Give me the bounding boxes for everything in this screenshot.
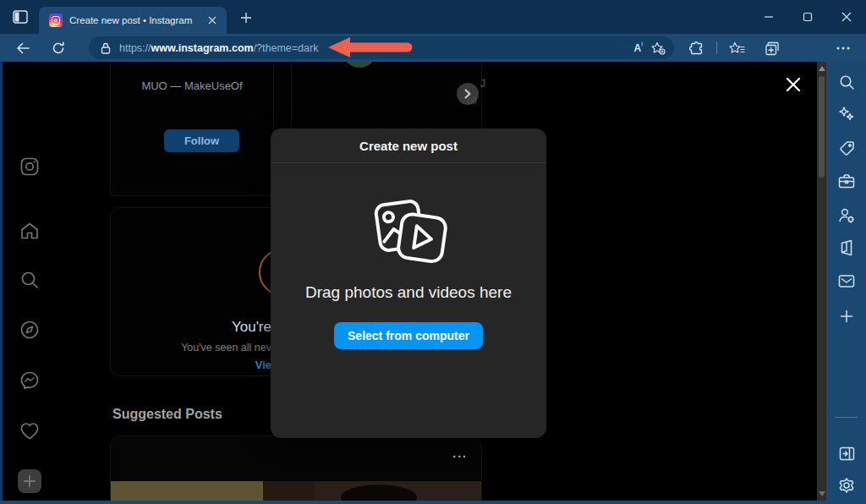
suggestion-username-fragment: J bbox=[480, 78, 485, 90]
suggested-posts-heading: Suggested Posts bbox=[112, 407, 222, 422]
seen-all-text: You've seen all nev bbox=[111, 342, 271, 353]
home-icon[interactable] bbox=[18, 219, 41, 243]
messenger-icon[interactable] bbox=[18, 369, 41, 392]
window-controls bbox=[749, 0, 866, 34]
tab-actions-icon bbox=[13, 10, 28, 24]
back-button[interactable] bbox=[12, 37, 34, 59]
navigation-toolbar: https://www.instagram.com/?theme=dark A⁾ bbox=[0, 34, 866, 62]
url-scheme: https:// bbox=[119, 42, 151, 54]
sidebar-person-gear-icon[interactable] bbox=[837, 205, 856, 224]
tab-actions-menu-button[interactable] bbox=[10, 8, 30, 26]
sidebar-microsoft-365-icon[interactable] bbox=[837, 238, 856, 257]
toolbar-divider bbox=[716, 41, 717, 54]
create-post-modal: Create new post Dr bbox=[271, 129, 546, 438]
sidebar-open-panel-icon[interactable] bbox=[837, 444, 856, 463]
explore-icon[interactable] bbox=[18, 318, 41, 342]
add-favorite-icon[interactable] bbox=[651, 41, 666, 55]
suggestion-username[interactable]: MUO — MakeUseOf bbox=[111, 79, 273, 92]
minimize-button[interactable] bbox=[749, 0, 788, 34]
create-post-button[interactable] bbox=[18, 469, 41, 493]
tab-title: Create new post • Instagram bbox=[69, 15, 205, 25]
refresh-button[interactable] bbox=[47, 37, 69, 59]
collections-icon[interactable] bbox=[761, 37, 783, 59]
modal-title: Create new post bbox=[271, 129, 546, 163]
sidebar-shopping-tag-icon[interactable] bbox=[837, 139, 856, 157]
follow-button[interactable]: Follow bbox=[164, 129, 239, 152]
scroll-down-arrow[interactable] bbox=[819, 491, 825, 496]
read-aloud-icon[interactable]: A⁾ bbox=[634, 42, 643, 54]
sidebar-add-icon[interactable] bbox=[837, 307, 856, 326]
favorites-icon[interactable] bbox=[726, 37, 748, 59]
url-text[interactable]: https://www.instagram.com/?theme=dark bbox=[119, 42, 634, 54]
post-more-options-icon[interactable]: ... bbox=[452, 446, 468, 460]
extensions-icon[interactable] bbox=[685, 37, 707, 59]
suggested-post-card: ... bbox=[110, 436, 482, 501]
url-path: /?theme=dark bbox=[254, 42, 319, 54]
new-tab-button[interactable] bbox=[237, 8, 255, 27]
notifications-heart-icon[interactable] bbox=[18, 419, 41, 443]
sidebar-tools-briefcase-icon[interactable] bbox=[837, 172, 856, 190]
drag-drop-text: Drag photos and videos here bbox=[305, 283, 512, 302]
scrollbar-thumb[interactable] bbox=[819, 76, 825, 178]
instagram-page: MUO — MakeUseOf Follow J oll You're You'… bbox=[0, 62, 817, 501]
media-photos-videos-icon bbox=[366, 197, 451, 268]
instagram-favicon-icon bbox=[49, 14, 63, 27]
browser-tab[interactable]: Create new post • Instagram bbox=[39, 7, 227, 34]
maximize-button[interactable] bbox=[788, 0, 827, 34]
post-image bbox=[111, 481, 481, 501]
sidebar-divider bbox=[835, 417, 858, 418]
tab-close-icon[interactable] bbox=[205, 13, 220, 28]
view-older-link[interactable]: Vie bbox=[111, 359, 271, 371]
caught-up-text: You're bbox=[111, 319, 271, 336]
sidebar-discover-sparkles-icon[interactable] bbox=[837, 105, 856, 123]
title-bar: Create new post • Instagram bbox=[0, 0, 866, 34]
suggestion-follow-fragment: oll bbox=[467, 95, 477, 107]
scroll-up-arrow[interactable] bbox=[819, 66, 825, 71]
search-nav-icon[interactable] bbox=[18, 268, 41, 292]
select-from-computer-button[interactable]: Select from computer bbox=[334, 322, 483, 349]
page-scrollbar[interactable] bbox=[817, 62, 826, 501]
instagram-nav bbox=[3, 62, 53, 501]
modal-close-icon[interactable] bbox=[782, 74, 804, 96]
window-bottom-edge bbox=[0, 501, 826, 504]
address-bar[interactable]: https://www.instagram.com/?theme=dark A⁾ bbox=[89, 36, 674, 59]
settings-more-icon[interactable] bbox=[832, 37, 854, 59]
window-left-edge bbox=[0, 62, 3, 504]
lock-icon bbox=[101, 42, 111, 54]
sidebar-outlook-icon[interactable] bbox=[837, 272, 856, 291]
close-window-button[interactable] bbox=[827, 0, 866, 34]
sidebar-settings-gear-icon[interactable] bbox=[837, 476, 856, 495]
browser-window: Create new post • Instagram bbox=[0, 0, 866, 504]
edge-sidebar bbox=[826, 62, 866, 504]
url-domain: www.instagram.com bbox=[151, 42, 254, 54]
instagram-logo-icon[interactable] bbox=[18, 155, 41, 178]
suggestion-avatar bbox=[343, 62, 376, 68]
sidebar-search-icon[interactable] bbox=[837, 73, 856, 91]
